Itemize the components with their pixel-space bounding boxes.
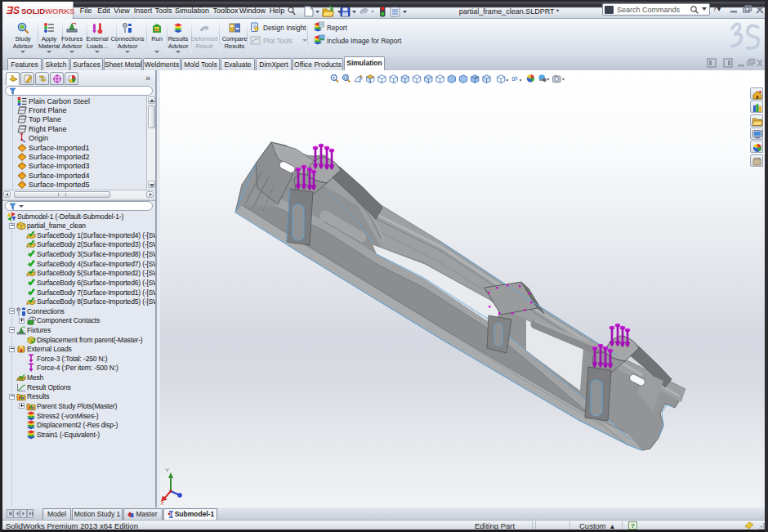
svg-text:Y: Y bbox=[165, 467, 169, 474]
svg-text:ƎS: ƎS bbox=[7, 5, 20, 16]
svg-text:SOLIDWORKS: SOLIDWORKS bbox=[21, 7, 74, 16]
svg-text:6̸: 6̸ bbox=[511, 75, 516, 83]
svg-text:X: X bbox=[160, 499, 164, 505]
